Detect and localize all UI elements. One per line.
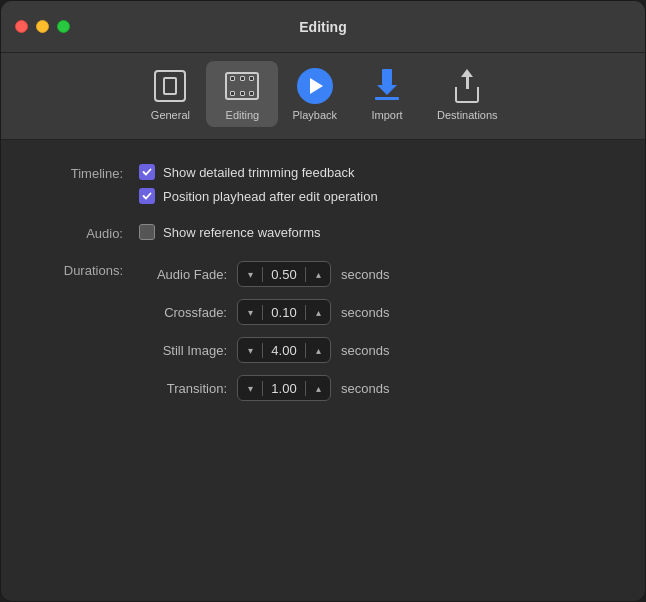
durations-list: Audio Fade: ▾ 0.50 ▴ seconds Crossfade: …	[139, 261, 613, 401]
stepper-crossfade-down[interactable]: ▾	[238, 299, 262, 325]
duration-unit-transition: seconds	[341, 381, 389, 396]
checkbox-playhead-label: Position playhead after edit operation	[163, 189, 378, 204]
stepper-still-image-down[interactable]: ▾	[238, 337, 262, 363]
duration-label-audio-fade: Audio Fade:	[139, 267, 227, 282]
tab-destinations-label: Destinations	[437, 109, 498, 121]
window-title: Editing	[299, 19, 346, 35]
close-button[interactable]	[15, 20, 28, 33]
tab-import[interactable]: Import	[351, 61, 423, 127]
content-area: Timeline: Show detailed trimming feedbac…	[1, 140, 645, 601]
maximize-button[interactable]	[57, 20, 70, 33]
timeline-checkbox-playhead: Position playhead after edit operation	[139, 188, 613, 204]
tab-playback-label: Playback	[292, 109, 337, 121]
stepper-audio-fade: ▾ 0.50 ▴	[237, 261, 331, 287]
stepper-transition: ▾ 1.00 ▴	[237, 375, 331, 401]
tab-general[interactable]: General	[134, 61, 206, 127]
checkbox-position-playhead[interactable]	[139, 188, 155, 204]
stepper-audio-fade-value: 0.50	[262, 267, 306, 282]
import-icon	[368, 67, 406, 105]
toolbar: General Editing	[1, 53, 645, 140]
checkbox-reference-waveforms[interactable]	[139, 224, 155, 240]
stepper-crossfade-value: 0.10	[262, 305, 306, 320]
timeline-section: Timeline: Show detailed trimming feedbac…	[33, 164, 613, 204]
stepper-still-image: ▾ 4.00 ▴	[237, 337, 331, 363]
audio-label: Audio:	[33, 224, 123, 241]
app-window: Editing General	[0, 0, 646, 602]
duration-row-audio-fade: Audio Fade: ▾ 0.50 ▴ seconds	[139, 261, 613, 287]
stepper-still-image-up[interactable]: ▴	[306, 337, 330, 363]
duration-label-transition: Transition:	[139, 381, 227, 396]
durations-section: Durations: Audio Fade: ▾ 0.50 ▴ seconds	[33, 261, 613, 401]
minimize-button[interactable]	[36, 20, 49, 33]
audio-section: Audio: Show reference waveforms	[33, 224, 613, 241]
editing-icon	[223, 67, 261, 105]
checkbox-detailed-trimming[interactable]	[139, 164, 155, 180]
duration-label-still-image: Still Image:	[139, 343, 227, 358]
playback-icon	[296, 67, 334, 105]
duration-label-crossfade: Crossfade:	[139, 305, 227, 320]
traffic-lights	[15, 20, 70, 33]
tab-editing-label: Editing	[226, 109, 260, 121]
checkbox-trimming-label: Show detailed trimming feedback	[163, 165, 355, 180]
audio-content: Show reference waveforms	[123, 224, 613, 240]
tab-general-label: General	[151, 109, 190, 121]
stepper-audio-fade-up[interactable]: ▴	[306, 261, 330, 287]
durations-label: Durations:	[33, 261, 123, 278]
stepper-transition-value: 1.00	[262, 381, 306, 396]
destinations-icon	[448, 67, 486, 105]
tab-editing[interactable]: Editing	[206, 61, 278, 127]
timeline-checkbox-trimming: Show detailed trimming feedback	[139, 164, 613, 180]
duration-unit-still-image: seconds	[341, 343, 389, 358]
stepper-crossfade-up[interactable]: ▴	[306, 299, 330, 325]
checkbox-waveforms-label: Show reference waveforms	[163, 225, 321, 240]
stepper-transition-down[interactable]: ▾	[238, 375, 262, 401]
durations-content: Audio Fade: ▾ 0.50 ▴ seconds Crossfade: …	[123, 261, 613, 401]
duration-unit-crossfade: seconds	[341, 305, 389, 320]
stepper-audio-fade-down[interactable]: ▾	[238, 261, 262, 287]
tab-destinations[interactable]: Destinations	[423, 61, 512, 127]
tab-import-label: Import	[371, 109, 402, 121]
general-icon	[151, 67, 189, 105]
stepper-transition-up[interactable]: ▴	[306, 375, 330, 401]
stepper-crossfade: ▾ 0.10 ▴	[237, 299, 331, 325]
duration-unit-audio-fade: seconds	[341, 267, 389, 282]
duration-row-still-image: Still Image: ▾ 4.00 ▴ seconds	[139, 337, 613, 363]
duration-row-transition: Transition: ▾ 1.00 ▴ seconds	[139, 375, 613, 401]
tab-playback[interactable]: Playback	[278, 61, 351, 127]
duration-row-crossfade: Crossfade: ▾ 0.10 ▴ seconds	[139, 299, 613, 325]
audio-checkbox-waveforms: Show reference waveforms	[139, 224, 613, 240]
stepper-still-image-value: 4.00	[262, 343, 306, 358]
timeline-content: Show detailed trimming feedback Position…	[123, 164, 613, 204]
title-bar: Editing	[1, 1, 645, 53]
timeline-label: Timeline:	[33, 164, 123, 181]
